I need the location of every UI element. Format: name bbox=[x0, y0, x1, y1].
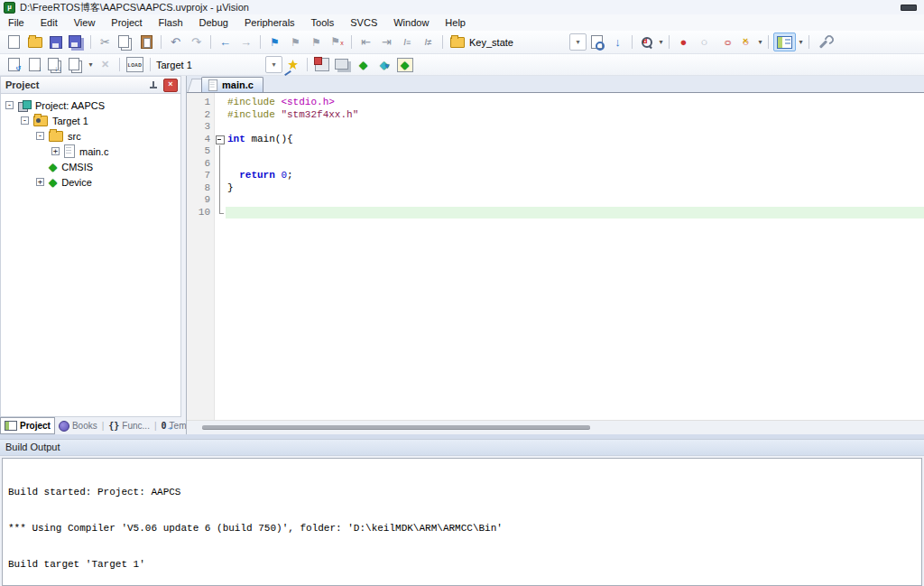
stop-build-button[interactable]: ✕ bbox=[96, 56, 115, 74]
expander-icon[interactable]: - bbox=[36, 132, 44, 140]
menu-debug[interactable]: Debug bbox=[191, 15, 236, 30]
code-line: 8} bbox=[187, 182, 924, 195]
bookmark-clear-icon: ⚑x bbox=[330, 36, 343, 49]
batch-build-button[interactable] bbox=[67, 56, 86, 74]
tab-separator: | bbox=[102, 421, 105, 431]
menu-project[interactable]: Project bbox=[103, 15, 150, 30]
tab-functions[interactable]: {} Func... bbox=[105, 418, 153, 433]
redo-button[interactable]: ↷ bbox=[187, 33, 206, 51]
expander-icon[interactable]: - bbox=[5, 101, 14, 109]
manage-project-items-button[interactable] bbox=[312, 56, 331, 74]
build-log-line: Build target 'Target 1' bbox=[8, 559, 916, 571]
menu-svcs[interactable]: SVCS bbox=[342, 15, 385, 30]
editor-tab-mainc[interactable]: main.c bbox=[201, 77, 263, 92]
manage-components-button[interactable] bbox=[333, 56, 352, 74]
paste-button[interactable] bbox=[137, 33, 156, 51]
target-select[interactable]: Target 1 ▾ bbox=[154, 56, 282, 73]
build-button[interactable]: ↓ bbox=[25, 56, 44, 74]
insert-breakpoint-button[interactable]: ● bbox=[674, 33, 693, 51]
tree-item-mainc[interactable]: + main.c bbox=[1, 144, 180, 159]
indent-right-button[interactable]: ⇥ bbox=[377, 33, 396, 51]
clear-bookmarks-button[interactable]: ⚑x bbox=[328, 33, 346, 51]
tree-item-project[interactable]: - Project: AAPCS bbox=[1, 98, 180, 113]
window-layout-dropdown-icon[interactable]: ▾ bbox=[797, 38, 805, 46]
undo-button[interactable]: ↶ bbox=[166, 33, 185, 51]
navigate-back-button[interactable]: ← bbox=[216, 33, 235, 51]
tree-item-src[interactable]: - src bbox=[1, 128, 180, 144]
menu-flash[interactable]: Flash bbox=[151, 15, 191, 30]
save-all-button[interactable] bbox=[67, 33, 86, 51]
manage-runtime-environment-button[interactable]: ◆ bbox=[354, 56, 373, 74]
comment-selection-button[interactable]: /≡ bbox=[398, 33, 417, 51]
uncomment-selection-button[interactable]: /≠ bbox=[419, 33, 438, 51]
close-panel-button[interactable]: × bbox=[163, 79, 178, 92]
search-combobox[interactable]: Key_state ▾ bbox=[467, 33, 587, 51]
build-output-panel: Build Output Build started: Project: AAP… bbox=[0, 439, 924, 586]
navigate-forward-button[interactable]: → bbox=[236, 33, 255, 51]
select-software-packs-button[interactable]: ◆▼ bbox=[374, 56, 393, 74]
expander-icon[interactable]: - bbox=[21, 116, 29, 125]
start-stop-debug-button[interactable]: d bbox=[637, 33, 656, 51]
pin-icon[interactable] bbox=[149, 80, 158, 90]
expander-icon[interactable]: + bbox=[36, 178, 44, 186]
menu-view[interactable]: View bbox=[66, 15, 104, 30]
code-editor[interactable]: 1#include <stdio.h> 2#include "stm32f4xx… bbox=[187, 93, 924, 420]
tab-books[interactable]: Books bbox=[55, 418, 101, 433]
stacked-windows-icon bbox=[335, 59, 348, 70]
tab-project[interactable]: Project bbox=[0, 417, 55, 434]
undo-icon: ↶ bbox=[171, 36, 180, 48]
open-file-button[interactable] bbox=[25, 33, 44, 51]
pack-installer-button[interactable]: ◆ bbox=[395, 56, 414, 74]
expander-icon[interactable]: + bbox=[51, 147, 60, 155]
breakpoint-disabled-icon: ○ bbox=[701, 36, 708, 48]
menu-edit[interactable]: Edit bbox=[32, 15, 66, 30]
window-layout-button[interactable] bbox=[773, 33, 796, 51]
scrollbar-thumb[interactable] bbox=[202, 425, 590, 429]
menu-peripherals[interactable]: Peripherals bbox=[236, 15, 303, 30]
breakpoint-dropdown-icon[interactable]: ▾ bbox=[756, 38, 764, 46]
horizontal-scrollbar[interactable] bbox=[187, 420, 924, 434]
menu-file[interactable]: File bbox=[0, 15, 32, 30]
save-button[interactable] bbox=[46, 33, 65, 51]
tab-separator: | bbox=[154, 421, 157, 431]
configure-button[interactable] bbox=[814, 33, 833, 51]
menu-tools[interactable]: Tools bbox=[303, 15, 343, 30]
debug-dropdown-icon[interactable]: ▾ bbox=[657, 38, 665, 46]
download-button[interactable]: LOAD bbox=[125, 56, 145, 74]
project-tree[interactable]: - Project: AAPCS - Target 1 - src + bbox=[0, 94, 181, 417]
target-dropdown-icon[interactable]: ▾ bbox=[265, 56, 282, 73]
magic-wand-icon bbox=[288, 60, 298, 70]
menu-window[interactable]: Window bbox=[385, 15, 437, 30]
cut-button[interactable]: ✂ bbox=[96, 33, 115, 51]
incremental-find-button[interactable]: ↓ bbox=[608, 33, 627, 51]
indent-left-button[interactable]: ⇤ bbox=[356, 33, 375, 51]
copy-button[interactable] bbox=[116, 33, 135, 51]
search-dropdown-icon[interactable]: ▾ bbox=[569, 33, 587, 51]
build-output-header[interactable]: Build Output bbox=[0, 439, 924, 456]
batch-build-dropdown-icon[interactable]: ▾ bbox=[87, 60, 95, 69]
disable-all-breakpoints-button[interactable]: ○○ bbox=[716, 33, 735, 51]
insert-bookmark-button[interactable]: ⚑ bbox=[265, 33, 284, 51]
next-bookmark-button[interactable]: ⚑ bbox=[286, 33, 305, 51]
rebuild-all-button[interactable]: ↓↓ bbox=[46, 56, 65, 74]
search-folder-icon bbox=[450, 37, 465, 48]
new-file-button[interactable] bbox=[5, 33, 23, 51]
bookmark-prev-icon: ⚑ bbox=[311, 37, 321, 48]
build-output-log[interactable]: Build started: Project: AAPCS *** Using … bbox=[2, 458, 922, 586]
tree-item-device[interactable]: + ◆ Device bbox=[1, 174, 180, 190]
options-for-target-button[interactable] bbox=[283, 56, 302, 74]
previous-bookmark-button[interactable]: ⚑ bbox=[307, 33, 326, 51]
enable-disable-breakpoint-button[interactable]: ○ bbox=[695, 33, 714, 51]
tree-item-cmsis[interactable]: ◆ CMSIS bbox=[1, 159, 180, 174]
minimize-button[interactable] bbox=[901, 5, 917, 11]
menu-help[interactable]: Help bbox=[437, 15, 474, 30]
fold-collapse-icon[interactable] bbox=[214, 134, 226, 146]
tree-item-target[interactable]: - Target 1 bbox=[1, 113, 180, 128]
translate-button[interactable]: ↺ bbox=[5, 56, 23, 74]
find-in-files-button[interactable] bbox=[587, 33, 606, 51]
batch-build-icon bbox=[69, 58, 79, 70]
expander-spacer bbox=[36, 163, 44, 171]
wrench-icon bbox=[818, 36, 830, 49]
find-in-files-folder-button[interactable] bbox=[448, 33, 467, 51]
kill-all-breakpoints-button[interactable]: ○✕ bbox=[736, 33, 755, 51]
